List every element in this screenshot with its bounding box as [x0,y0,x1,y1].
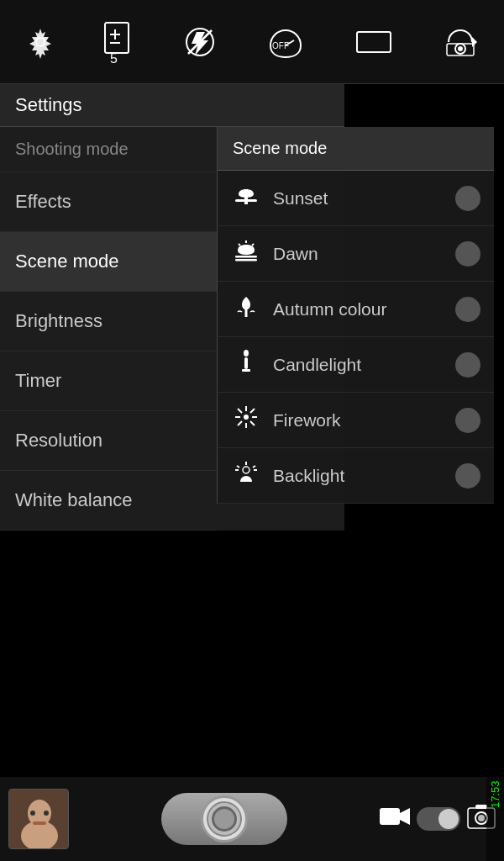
svg-point-35 [243,467,249,473]
exposure-icon-btn[interactable]: 5 [103,21,137,63]
svg-rect-25 [242,369,250,372]
svg-marker-11 [472,37,477,47]
scene-item-backlight[interactable]: Backlight [218,448,494,504]
settings-row: Shooting mode Effects Scene mode Brightn… [0,127,344,531]
flip-camera-icon-btn[interactable] [440,25,480,59]
sunset-icon [231,182,261,214]
svg-point-23 [244,350,249,357]
svg-point-51 [478,815,485,821]
shutter-track[interactable] [161,793,287,845]
scene-item-sunset[interactable]: Sunset [218,171,494,226]
svg-line-33 [250,409,255,413]
firework-icon [231,404,261,436]
settings-item-white-balance[interactable]: White balance [0,471,217,531]
svg-point-13 [458,46,463,51]
svg-line-32 [250,421,255,425]
backlight-label: Backlight [273,466,444,486]
last-photo-thumbnail[interactable] [8,789,69,849]
svg-rect-20 [235,256,257,258]
svg-rect-22 [245,309,248,317]
svg-line-38 [253,466,255,467]
svg-rect-47 [380,808,400,825]
shutter-inner [207,801,242,837]
svg-point-45 [44,811,49,816]
bottom-bar: 17:53 [0,777,504,861]
flash-icon-btn[interactable] [183,25,217,59]
settings-item-resolution[interactable]: Resolution [0,411,217,471]
scene-item-candlelight[interactable]: Candlelight [218,337,494,393]
sunset-label: Sunset [273,188,444,209]
svg-line-19 [252,244,254,246]
settings-item-effects[interactable]: Effects [0,172,217,232]
dawn-radio[interactable] [455,241,480,267]
autumn-colour-icon [231,293,261,325]
svg-rect-1 [105,23,129,53]
svg-rect-16 [235,199,257,202]
backlight-icon [231,460,261,491]
svg-rect-21 [235,259,257,261]
shutter-button-wrap[interactable] [161,793,287,845]
sunset-radio[interactable] [455,186,480,211]
shutter-button[interactable] [201,795,248,843]
svg-rect-10 [357,32,391,52]
settings-title: Settings [0,84,344,127]
settings-menu: Shooting mode Effects Scene mode Brightn… [0,127,217,531]
firework-radio[interactable] [455,408,480,433]
settings-icon-btn[interactable] [24,25,57,59]
svg-line-37 [237,466,239,467]
settings-item-shooting-mode[interactable]: Shooting mode [0,127,217,172]
svg-point-44 [30,811,35,816]
settings-item-scene-mode[interactable]: Scene mode [0,232,217,292]
dawn-label: Dawn [273,244,444,264]
aspect-ratio-icon-btn[interactable] [354,27,394,57]
svg-line-31 [238,409,242,413]
svg-marker-48 [400,808,410,825]
settings-panel: Settings Shooting mode Effects Scene mod… [0,84,344,531]
firework-label: Firework [273,410,444,430]
candlelight-radio[interactable] [455,352,480,378]
svg-rect-46 [33,821,46,825]
svg-rect-52 [475,805,487,809]
candlelight-icon [231,349,261,380]
autumn-colour-radio[interactable] [455,297,480,322]
scene-mode-title: Scene mode [218,127,494,171]
timer-off-icon-btn[interactable]: OFF [264,25,307,59]
shutter-circle [212,806,237,832]
backlight-radio[interactable] [455,463,480,489]
scene-item-firework[interactable]: Firework [218,393,494,448]
settings-item-brightness[interactable]: Brightness [0,292,217,351]
mode-slider[interactable] [417,807,460,831]
scene-item-dawn[interactable]: Dawn [218,226,494,282]
autumn-colour-label: Autumn colour [273,299,444,320]
settings-item-timer[interactable]: Timer [0,351,217,411]
svg-point-26 [244,415,249,420]
right-controls [380,803,496,836]
candlelight-label: Candlelight [273,355,444,375]
scene-item-autumn-colour[interactable]: Autumn colour [218,282,494,337]
scene-mode-submenu: Scene mode Sunset [217,127,494,504]
svg-line-18 [239,244,240,246]
svg-text:5: 5 [110,51,118,63]
mode-knob [438,809,459,829]
top-toolbar: 5 OFF [0,0,504,84]
svg-text:OFF: OFF [272,41,289,50]
svg-line-34 [238,421,242,425]
svg-rect-24 [244,357,248,369]
dawn-icon [231,238,261,269]
video-icon[interactable] [380,805,410,834]
time-display: 17:53 [486,777,504,861]
